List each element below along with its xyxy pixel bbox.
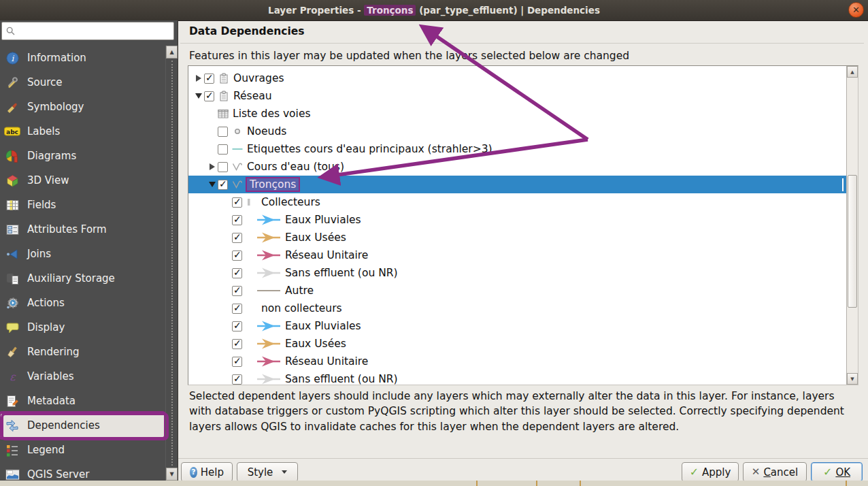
- sidebar-item-legend[interactable]: Legend: [0, 438, 166, 462]
- sidebar-item-label: 3D View: [27, 174, 69, 187]
- tree-row-non-collecteurs[interactable]: non collecteurs: [188, 299, 846, 317]
- sidebar-item-dependencies[interactable]: Dependencies: [0, 413, 165, 438]
- tree-row-sans-effluent-ou-nr[interactable]: Sans effluent (ou NR): [188, 370, 846, 385]
- sidebar-item-3d-view[interactable]: 3D View: [0, 168, 166, 193]
- layer-checkbox[interactable]: [232, 304, 242, 314]
- three-d-view-icon: [4, 174, 20, 187]
- group-icon: [218, 91, 229, 101]
- sidebar-item-label: Joins: [27, 248, 51, 260]
- tree-row-label: Sans effluent (ou NR): [285, 267, 398, 279]
- edit-caret: [842, 178, 844, 191]
- sidebar-item-actions[interactable]: Actions: [0, 291, 166, 315]
- sidebar-item-label: Diagrams: [27, 150, 76, 162]
- scroll-down-icon[interactable]: ▼: [847, 373, 858, 385]
- sidebar-item-variables[interactable]: εVariables: [0, 364, 166, 389]
- layer-checkbox[interactable]: [232, 233, 242, 243]
- layer-checkbox[interactable]: [232, 197, 242, 208]
- sidebar-item-label: Auxiliary Storage: [27, 272, 115, 285]
- layer-checkbox[interactable]: [232, 250, 242, 261]
- point-layer-icon: [232, 126, 243, 137]
- tree-row-noeuds[interactable]: Noeuds: [188, 123, 846, 140]
- tree-row-eaux-us-es[interactable]: Eaux Usées: [188, 335, 846, 353]
- help-icon: ?: [190, 467, 197, 478]
- tree-row-label: Réseau: [233, 90, 272, 102]
- chevron-expanded-icon[interactable]: [206, 182, 218, 187]
- arrow-symbol-blue-icon: [256, 214, 281, 226]
- layer-checkbox[interactable]: [218, 180, 228, 190]
- tree-row-liste-des-voies[interactable]: Liste des voies: [188, 105, 846, 123]
- search-input[interactable]: [18, 25, 173, 37]
- polyline-layer-icon: [232, 161, 243, 172]
- tree-row-sans-effluent-ou-nr[interactable]: Sans effluent (ou NR): [188, 264, 846, 282]
- tree-row-cours-d-eau-tous[interactable]: Cours d'eau (tous): [188, 158, 846, 176]
- sidebar-item-rendering[interactable]: Rendering: [0, 340, 166, 364]
- table-layer-icon: [218, 108, 229, 119]
- titlebar: Layer Properties - Tronçons (par_type_ef…: [0, 0, 868, 21]
- scroll-up-icon[interactable]: ▲: [166, 46, 178, 59]
- tree-row-label: Liste des voies: [233, 108, 311, 120]
- layer-checkbox[interactable]: [232, 339, 242, 349]
- sidebar-item-symbology[interactable]: Symbology: [0, 95, 166, 119]
- sidebar-item-labels[interactable]: abcLabels: [0, 119, 166, 144]
- sidebar-item-display[interactable]: Display: [0, 315, 166, 340]
- tree-row-label: Collecteurs: [261, 196, 320, 208]
- layer-checkbox[interactable]: [204, 74, 214, 84]
- close-icon[interactable]: ✕: [848, 2, 864, 18]
- help-button[interactable]: ? Help: [181, 462, 233, 482]
- layer-checkbox[interactable]: [232, 321, 242, 331]
- tree-row-etiquettes-cours-d-eau-principaux-strahler-3[interactable]: Etiquettes cours d'eau principaux (strah…: [188, 140, 846, 158]
- sidebar-item-attributes-form[interactable]: Attributes Form: [0, 217, 166, 242]
- sidebar-item-metadata[interactable]: Metadata: [0, 389, 166, 413]
- sidebar-item-label: Legend: [27, 444, 65, 456]
- svg-text:abc: abc: [6, 129, 18, 135]
- tree-row-eaux-pluviales[interactable]: Eaux Pluviales: [188, 211, 846, 229]
- display-icon: [4, 321, 20, 334]
- tree-row-tron-ons[interactable]: Tronçons: [188, 176, 846, 193]
- sidebar-item-auxiliary-storage[interactable]: Auxiliary Storage: [0, 266, 166, 291]
- tree-row-r-seau-unitaire[interactable]: Réseau Unitaire: [188, 246, 846, 264]
- chevron-collapsed-icon[interactable]: [193, 75, 204, 82]
- tree-row-eaux-us-es[interactable]: Eaux Usées: [188, 229, 846, 246]
- layer-checkbox[interactable]: [232, 357, 242, 367]
- layer-checkbox[interactable]: [218, 127, 228, 137]
- tree-row-label: Eaux Pluviales: [285, 320, 361, 332]
- tree-row-collecteurs[interactable]: Collecteurs: [188, 193, 846, 211]
- sidebar-item-joins[interactable]: Joins: [0, 242, 166, 266]
- layer-checkbox[interactable]: [232, 286, 242, 296]
- scrollbar-thumb[interactable]: [848, 175, 857, 308]
- layer-checkbox[interactable]: [218, 144, 228, 155]
- style-button-label: Style: [248, 466, 273, 479]
- tree-row-autre[interactable]: Autre: [188, 282, 846, 299]
- sidebar-scrollbar[interactable]: ▲ ▼: [165, 46, 178, 481]
- tree-row-r-seau-unitaire[interactable]: Réseau Unitaire: [188, 353, 846, 370]
- check-icon: ✓: [690, 467, 699, 478]
- ok-button-label: OK: [835, 466, 850, 479]
- layer-checkbox[interactable]: [232, 215, 242, 225]
- layer-checkbox[interactable]: [232, 268, 242, 278]
- tree-row-eaux-pluviales[interactable]: Eaux Pluviales: [188, 317, 846, 335]
- layer-checkbox[interactable]: [232, 374, 242, 385]
- tree-scrollbar[interactable]: ▲ ▼: [846, 66, 858, 385]
- sidebar-item-qgis-server[interactable]: QGIS Server: [0, 462, 166, 481]
- scroll-down-icon[interactable]: ▼: [166, 468, 178, 481]
- ok-button[interactable]: ✓ OK: [811, 462, 863, 482]
- tree-row-ouvrages[interactable]: Ouvrages: [188, 69, 846, 87]
- sidebar-item-information[interactable]: iInformation: [0, 46, 166, 70]
- apply-button[interactable]: ✓ Apply: [682, 462, 739, 482]
- sidebar-item-fields[interactable]: Fields: [0, 193, 166, 217]
- chevron-collapsed-icon[interactable]: [206, 163, 218, 170]
- sidebar-item-diagrams[interactable]: Diagrams: [0, 144, 166, 168]
- info-icon: i: [4, 52, 20, 65]
- tree-row-r-seau[interactable]: Réseau: [188, 87, 846, 105]
- rendering-icon: [4, 346, 20, 359]
- layer-checkbox[interactable]: [204, 91, 214, 101]
- sidebar-item-label: Fields: [27, 199, 56, 211]
- cancel-button[interactable]: ✕ Cancel: [743, 462, 807, 482]
- style-button[interactable]: Style: [237, 462, 298, 482]
- layer-checkbox[interactable]: [218, 162, 228, 172]
- sidebar-item-source[interactable]: Source: [0, 70, 166, 95]
- scroll-up-icon[interactable]: ▲: [847, 66, 858, 78]
- chevron-expanded-icon[interactable]: [193, 93, 204, 99]
- metadata-icon: [4, 395, 20, 408]
- tree-row-label: Etiquettes cours d'eau principaux (strah…: [247, 143, 493, 155]
